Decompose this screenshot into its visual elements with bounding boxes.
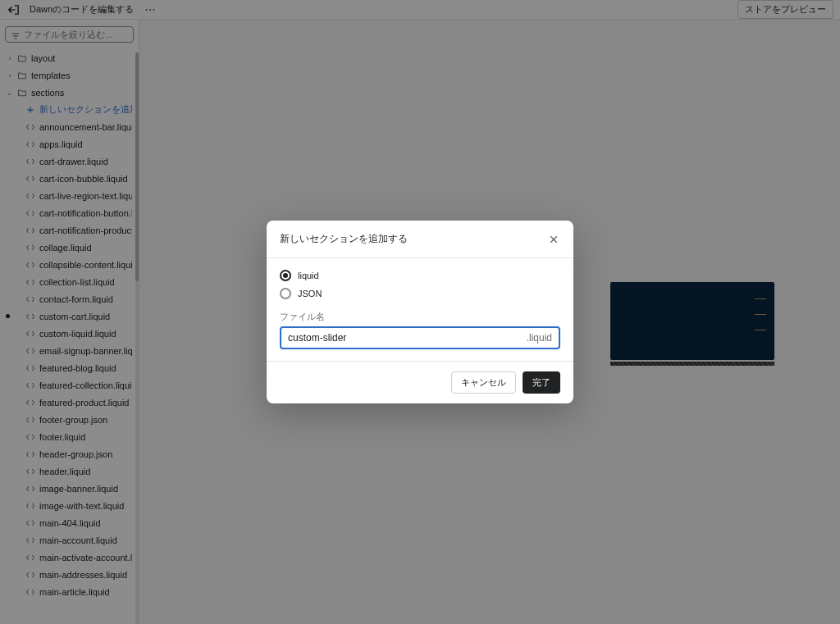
done-button[interactable]: 完了 xyxy=(523,371,560,394)
radio-liquid-label: liquid xyxy=(298,271,319,280)
close-icon[interactable] xyxy=(547,233,560,246)
radio-json[interactable]: JSON xyxy=(280,288,560,299)
filename-field-wrap[interactable]: .liquid xyxy=(280,326,560,349)
radio-json-label: JSON xyxy=(298,289,322,298)
radio-unchecked-icon xyxy=(280,288,291,299)
modal-overlay[interactable]: 新しいセクションを追加する liquid JSON ファイル名 .liquid xyxy=(0,0,840,624)
filename-suffix: .liquid xyxy=(527,332,552,344)
filename-label: ファイル名 xyxy=(280,311,560,323)
add-section-modal: 新しいセクションを追加する liquid JSON ファイル名 .liquid xyxy=(267,221,573,403)
radio-liquid[interactable]: liquid xyxy=(280,270,560,281)
modal-footer: キャンセル 完了 xyxy=(267,361,573,403)
modal-body: liquid JSON ファイル名 .liquid xyxy=(267,258,573,361)
cancel-button[interactable]: キャンセル xyxy=(451,371,516,394)
file-type-radio-group: liquid JSON xyxy=(280,270,560,299)
modal-title: 新しいセクションを追加する xyxy=(280,232,408,246)
radio-checked-icon xyxy=(280,270,291,281)
filename-input[interactable] xyxy=(288,332,523,344)
modal-header: 新しいセクションを追加する xyxy=(267,221,573,258)
